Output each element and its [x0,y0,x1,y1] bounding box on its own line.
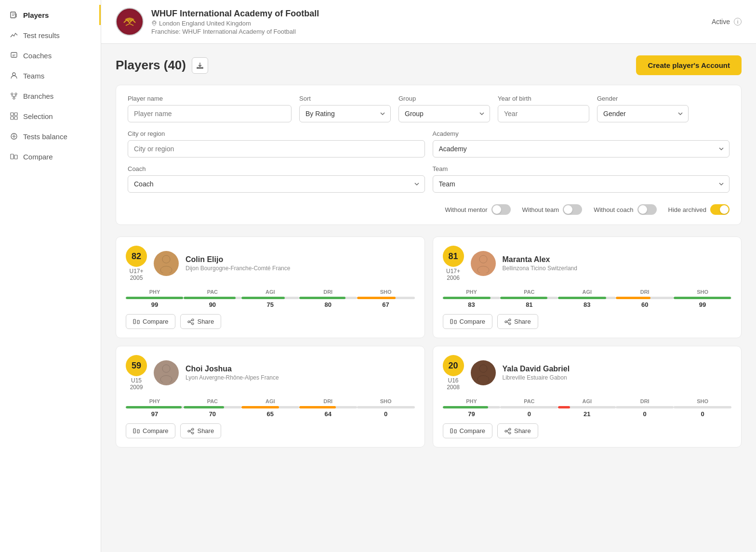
filter-row-3: Coach Coach Team Team [128,165,729,193]
rating-block: 82 U17+ 2005 [126,246,147,281]
sidebar-label-selection: Selection [23,112,53,120]
svg-point-37 [477,376,489,382]
age-group: U17+ [446,268,460,275]
sidebar-label-test-results: Test results [23,31,60,39]
sidebar-item-branches[interactable]: Branches [0,86,101,106]
svg-point-41 [509,432,511,434]
sidebar-item-compare[interactable]: Compare [0,146,101,167]
birth-year: 2008 [447,384,460,391]
stat-col-dri: DRI 80 [299,289,357,308]
player-name: Maranta Alex [503,255,577,264]
stat-col-agi: AGI 75 [241,289,299,308]
svg-point-4 [15,93,17,95]
city-input[interactable] [128,140,425,158]
player-card: 20 U16 2008 Yala David Gabriel Librevill… [433,346,742,447]
compare-button[interactable]: Compare [126,314,175,329]
stat-col-sho: SHO 67 [357,289,415,308]
team-select[interactable]: Team [433,175,730,193]
sidebar-item-teams[interactable]: Teams [0,66,101,86]
svg-point-28 [505,321,507,323]
stat-col-dri: DRI 64 [299,398,357,418]
status-label: Active [712,18,730,26]
compare-button[interactable]: Compare [126,423,175,438]
player-info: Maranta Alex Bellinzona Ticino Switzerla… [503,255,577,272]
stats-row: PHY 97 PAC 70 AGI 65 [126,398,415,418]
rating-badge: 82 [126,246,147,267]
player-avatar [154,360,179,385]
toggles-row: Without mentor Without team Without coac… [128,200,729,215]
share-button[interactable]: Share [180,423,221,438]
share-button[interactable]: Share [497,314,538,329]
sidebar-label-coaches: Coaches [23,52,52,60]
player-avatar [471,251,496,276]
svg-rect-7 [14,113,17,116]
without-mentor-toggle[interactable] [491,204,511,215]
team-label: Team [433,165,730,172]
svg-rect-17 [133,319,135,324]
compare-button[interactable]: Compare [443,314,492,329]
academy-label: Academy [433,130,730,137]
filter-group-year: Year of birth [498,95,589,122]
coach-select[interactable]: Coach [128,175,425,193]
sidebar-item-test-results[interactable]: Test results [0,25,101,45]
svg-point-42 [505,430,507,432]
sidebar-label-players: Players [23,11,49,19]
svg-point-27 [509,323,511,325]
teams-icon [10,71,18,80]
svg-point-33 [192,428,194,430]
share-button[interactable]: Share [180,314,221,329]
franchise-text: Franchise: WHUF International Academy of… [151,28,319,35]
toggle-without-coach: Without coach [594,204,656,215]
gender-select[interactable]: Gender Male Female [597,105,689,122]
sidebar-item-coaches[interactable]: Coaches [0,45,101,66]
stat-col-pac: PAC 90 [184,289,241,308]
branches-icon [10,92,18,100]
group-select[interactable]: Group [398,105,490,122]
svg-point-35 [188,430,190,432]
tests-balance-icon [10,132,18,141]
year-input[interactable] [498,105,589,122]
card-actions: Compare Share [126,423,415,438]
hide-archived-toggle[interactable] [710,204,729,215]
svg-point-23 [477,266,489,273]
player-info: Yala David Gabriel Libreville Estuaire G… [503,365,570,381]
without-team-toggle[interactable] [563,204,582,215]
sidebar-item-selection[interactable]: Selection [0,106,101,126]
birth-year: 2005 [130,275,143,281]
share-button[interactable]: Share [497,423,538,438]
download-icon [196,62,204,69]
svg-rect-18 [137,320,139,324]
player-info: Choi Joshua Lyon Auvergne-Rhône-Alpes Fr… [186,365,279,381]
club-status: Active i [712,18,742,26]
download-button[interactable] [192,57,208,74]
toggle-without-team: Without team [522,204,583,215]
club-logo [116,8,144,36]
svg-rect-25 [454,320,456,324]
card-actions: Compare Share [443,314,732,329]
year-label: Year of birth [498,95,589,102]
player-location: Lyon Auvergne-Rhône-Alpes France [186,374,279,381]
main-content: WHUF International Academy of Football L… [101,0,756,552]
academy-select[interactable]: Academy [433,140,730,158]
compare-icon [133,318,140,325]
stat-col-pac: PAC 81 [500,289,558,308]
filter-row-2: City or region Academy Academy [128,130,729,158]
compare-button[interactable]: Compare [443,423,492,438]
club-info-left: WHUF International Academy of Football L… [116,8,319,36]
compare-icon [450,318,457,325]
player-name-input[interactable] [128,105,292,122]
svg-point-29 [162,365,170,372]
info-icon[interactable]: i [734,18,742,26]
svg-point-20 [192,323,194,325]
player-card: 82 U17+ 2005 Colin Elijo Dijon Bourgogne… [116,237,425,338]
without-team-label: Without team [522,206,559,213]
age-group: U16 [448,377,458,384]
sidebar-item-tests-balance[interactable]: Tests balance [0,126,101,146]
share-icon [187,428,194,434]
svg-point-5 [13,97,15,99]
create-account-button[interactable]: Create player's Account [636,55,742,75]
without-coach-toggle[interactable] [637,204,657,215]
sort-select[interactable]: By Rating By Name By Age [299,105,391,122]
sidebar-item-players[interactable]: Players [0,5,101,25]
svg-point-3 [11,93,13,95]
